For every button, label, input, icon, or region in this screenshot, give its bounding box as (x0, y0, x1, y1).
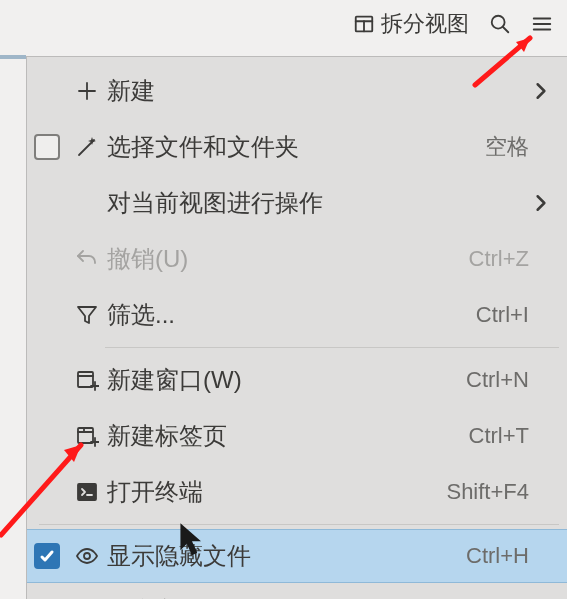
undo-icon (67, 247, 107, 271)
menu-item-operate-view[interactable]: 对当前视图进行操作 (27, 175, 567, 231)
menu-label: 撤销(U) (107, 243, 429, 275)
menu-item-new-window[interactable]: 新建窗口(W) Ctrl+N (27, 352, 567, 408)
checkbox-checked[interactable] (34, 543, 60, 569)
eye-icon (67, 544, 107, 568)
menu-item-show-hidden[interactable]: 显示隐藏文件 Ctrl+H (27, 529, 567, 583)
search-button[interactable] (483, 9, 517, 39)
menu-shortcut: Ctrl+N (429, 367, 529, 393)
split-view-icon (353, 13, 375, 35)
menu-label: 新建 (107, 75, 429, 107)
svg-rect-16 (78, 428, 93, 443)
menu-shortcut: Ctrl+I (429, 302, 529, 328)
split-view-label: 拆分视图 (381, 9, 469, 39)
menu-label: 显示隐藏文件 (107, 540, 429, 572)
svg-rect-21 (78, 484, 96, 500)
menu-separator (105, 347, 559, 348)
menu-shortcut: Ctrl+H (429, 543, 529, 569)
toolbar: 拆分视图 (0, 0, 567, 48)
menu-shortcut: Shift+F4 (429, 479, 529, 505)
search-icon (489, 13, 511, 35)
svg-point-23 (84, 553, 90, 559)
chevron-right-icon (529, 82, 553, 100)
menu-item-undo: 撤销(U) Ctrl+Z (27, 231, 567, 287)
svg-marker-11 (78, 307, 96, 323)
checkbox-unchecked[interactable] (34, 134, 60, 160)
menu-item-select[interactable]: 选择文件和文件夹 空格 (27, 119, 567, 175)
hamburger-icon (531, 13, 553, 35)
magic-wand-icon (67, 135, 107, 159)
split-view-button[interactable]: 拆分视图 (347, 5, 475, 43)
new-tab-icon (67, 424, 107, 448)
menu-label: 新建标签页 (107, 420, 429, 452)
menu-label: 选择文件和文件夹 (107, 131, 429, 163)
menu-shortcut: Ctrl+Z (429, 246, 529, 272)
terminal-icon (67, 480, 107, 504)
new-window-icon (67, 368, 107, 392)
menu-shortcut: 空格 (429, 132, 529, 162)
menu-item-sort[interactable]: 排序方式 (27, 583, 567, 599)
menu-item-filter[interactable]: 筛选... Ctrl+I (27, 287, 567, 343)
svg-line-4 (503, 27, 509, 33)
hamburger-menu-button[interactable] (525, 9, 559, 39)
menu-label: 打开终端 (107, 476, 429, 508)
menu-label: 排序方式 (107, 595, 429, 599)
menu-label: 筛选... (107, 299, 429, 331)
menu-label: 对当前视图进行操作 (107, 187, 429, 219)
chevron-right-icon (529, 194, 553, 212)
menu-item-new-tab[interactable]: 新建标签页 Ctrl+T (27, 408, 567, 464)
plus-icon (67, 79, 107, 103)
menu-label: 新建窗口(W) (107, 364, 429, 396)
menu-separator (39, 524, 559, 525)
menu-shortcut: Ctrl+T (429, 423, 529, 449)
decorative-underline (0, 55, 26, 59)
menu-item-new[interactable]: 新建 (27, 63, 567, 119)
funnel-icon (67, 303, 107, 327)
hamburger-menu-popup: 新建 选择文件和文件夹 空格 对当前视图进行操作 撤销(U) Ctrl+Z 筛选… (26, 56, 567, 599)
svg-rect-12 (78, 372, 93, 387)
menu-item-open-terminal[interactable]: 打开终端 Shift+F4 (27, 464, 567, 520)
